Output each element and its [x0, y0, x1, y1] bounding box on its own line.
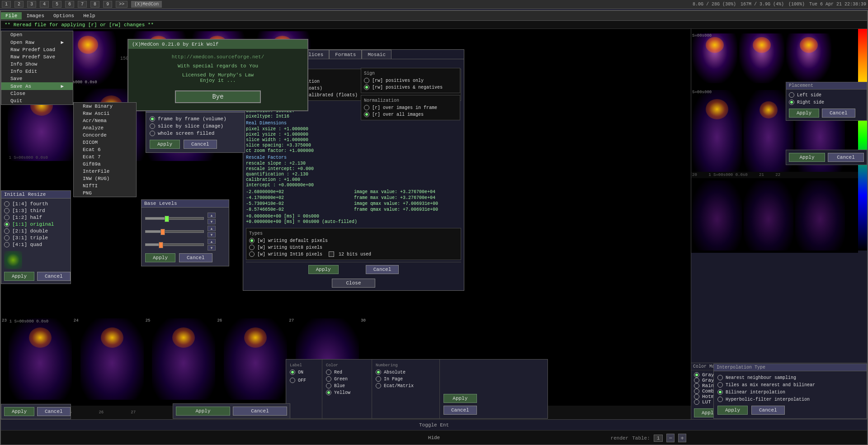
interp-apply-btn[interactable]: Apply [717, 406, 748, 415]
slider-1-track[interactable] [145, 217, 204, 220]
saveas-acr-nema[interactable]: Acr/Nema [74, 117, 136, 124]
display-frame-by-frame[interactable]: frame by frame (volume) [150, 116, 241, 122]
label-color-cancel-btn[interactable]: Cancel [443, 406, 477, 415]
menu-close[interactable]: Close [1, 90, 73, 97]
sign-pos-only[interactable]: [rw] positives only [364, 78, 457, 83]
resize-1-3[interactable]: [1:3] third [4, 208, 68, 213]
task-7[interactable]: 7 [78, 1, 87, 8]
interp-hyperbolic[interactable]: Hyperbolic-filter interpolation [717, 397, 863, 402]
placement-top-cancel-btn[interactable]: Cancel [828, 153, 864, 162]
scan-apply-btn[interactable]: Apply [176, 407, 230, 416]
menu-save-as[interactable]: Save As▶ [1, 82, 73, 90]
num-ecat[interactable]: Ecat/Matrix [376, 383, 436, 388]
color-red[interactable]: Red [326, 369, 368, 375]
type-uint8[interactable]: [w] writing Uint8 pixels [249, 245, 458, 250]
num-in-page[interactable]: In Page [376, 376, 436, 382]
tab-mosaic[interactable]: Mosaic [362, 50, 392, 59]
saveas-inw[interactable]: INW (RUG) [74, 175, 136, 182]
color-green[interactable]: Green [326, 376, 368, 382]
task-medcon[interactable]: (X)MedCon [131, 1, 162, 8]
menu-images[interactable]: Images [22, 12, 49, 19]
slider-2-up-btn[interactable]: ▲ [208, 226, 216, 231]
color-yellow[interactable]: Yellow [326, 390, 368, 395]
saveas-nifti[interactable]: NIfTI [74, 182, 136, 189]
norm-over-all[interactable]: [r] over all images [364, 112, 457, 117]
placement-top-apply-btn[interactable]: Apply [789, 153, 825, 162]
scan-cancel-btn[interactable]: Cancel [233, 407, 287, 416]
slider-2-down-btn[interactable]: ▼ [208, 232, 216, 237]
saveas-dicom[interactable]: DICOM [74, 139, 136, 146]
label-off[interactable]: OFF [290, 378, 318, 383]
base-levels-cancel-btn[interactable]: Cancel [179, 253, 212, 262]
interp-bilinear[interactable]: Bilinear interpolation [717, 389, 863, 395]
base-levels-apply-btn[interactable]: Apply [145, 253, 175, 262]
saveas-interfile[interactable]: InterFile [74, 168, 136, 175]
slider-2-track[interactable] [145, 230, 204, 233]
menu-save[interactable]: Save [1, 75, 73, 82]
slider-3-up-btn[interactable]: ▲ [208, 239, 216, 244]
initial-resize-cancel-btn[interactable]: Cancel [37, 272, 71, 281]
toggle-bar[interactable]: Toggle Ent [1, 420, 867, 431]
interp-tiles[interactable]: Tiles as mix nearest and bilinear [717, 382, 863, 388]
menu-raw-predef-load[interactable]: Raw Predef Load [1, 46, 73, 53]
pixels-close-btn[interactable]: Close [332, 279, 375, 288]
saveas-analyze[interactable]: Analyze [74, 124, 136, 132]
type-int16[interactable]: [w] writing Int16 pixels 12 bits used [249, 251, 458, 257]
interp-cancel-btn[interactable]: Cancel [751, 406, 785, 415]
menu-quit[interactable]: Quit [1, 97, 73, 104]
saveas-ecat6[interactable]: Ecat 6 [74, 146, 136, 153]
label-color-apply-btn[interactable]: Apply [443, 394, 477, 403]
placement-cancel-btn[interactable]: Cancel [822, 109, 855, 118]
task-4[interactable]: 4 [40, 1, 49, 8]
bits-checkbox[interactable] [329, 251, 334, 257]
resize-3-1[interactable]: [3:1] triple [4, 235, 68, 241]
placement-left[interactable]: Left side [789, 92, 864, 98]
hide-bar[interactable]: Hide [1, 431, 867, 445]
norm-over-frame[interactable]: [r] over images in frame [364, 105, 457, 110]
task-5[interactable]: 5 [52, 1, 61, 8]
task-more[interactable]: >> [116, 1, 127, 8]
type-default[interactable]: [w] writing default pixels [249, 238, 458, 243]
resize-1-1[interactable]: [1:1] original [4, 222, 68, 227]
resize-4-1[interactable]: [4:1] quad [4, 242, 68, 247]
task-1[interactable]: 1 [2, 1, 11, 8]
bottom-cancel-btn[interactable]: Cancel [37, 407, 71, 416]
menu-raw-predef-save[interactable]: Raw Predef Save [1, 53, 73, 61]
saveas-ecat7[interactable]: Ecat 7 [74, 153, 136, 161]
display-slice-by-slice[interactable]: slice by slice (image) [150, 123, 241, 129]
menu-help[interactable]: Help [79, 12, 99, 19]
slider-1-up-btn[interactable]: ▲ [208, 213, 216, 218]
display-pages-apply-btn[interactable]: Apply [150, 140, 180, 149]
resize-2-1[interactable]: [2:1] double [4, 228, 68, 234]
interp-nearest[interactable]: Nearest neighbour sampling [717, 375, 863, 380]
color-blue[interactable]: Blue [326, 383, 368, 388]
label-on[interactable]: ON [290, 369, 318, 375]
num-absolute[interactable]: Absolute [376, 369, 436, 375]
resize-1-4[interactable]: [1:4] fourth [4, 201, 68, 207]
slider-3-track[interactable] [145, 243, 204, 246]
bottom-apply-btn[interactable]: Apply [4, 407, 34, 416]
menu-options[interactable]: Options [49, 12, 79, 19]
initial-resize-apply-btn[interactable]: Apply [4, 272, 34, 281]
slider-1-down-btn[interactable]: ▼ [208, 219, 216, 224]
saveas-concorde[interactable]: Concorde [74, 132, 136, 139]
menu-open[interactable]: Open [1, 31, 73, 38]
about-bye-btn[interactable]: Bye [175, 90, 260, 103]
menu-info-edit[interactable]: Info Edit [1, 68, 73, 75]
main-apply-btn[interactable]: Apply [308, 265, 339, 274]
main-cancel-btn[interactable]: Cancel [366, 265, 399, 274]
task-3[interactable]: 3 [27, 1, 36, 8]
display-pages-cancel-btn[interactable]: Cancel [184, 140, 217, 149]
table-minus-btn[interactable]: − [666, 434, 675, 442]
slider-3-down-btn[interactable]: ▼ [208, 245, 216, 251]
resize-1-2[interactable]: [1:2] half [4, 215, 68, 220]
saveas-raw-ascii[interactable]: Raw Ascii [74, 110, 136, 117]
placement-apply-btn[interactable]: Apply [789, 109, 819, 118]
saveas-raw-binary[interactable]: Raw Binary [74, 103, 136, 110]
tab-formats[interactable]: Formats [329, 50, 362, 59]
menu-open-raw[interactable]: Open Raw▶ [1, 38, 73, 46]
task-9[interactable]: 9 [103, 1, 112, 8]
placement-right[interactable]: Right side [789, 99, 864, 105]
table-plus-btn[interactable]: + [678, 434, 686, 442]
saveas-png[interactable]: PNG [74, 189, 136, 197]
